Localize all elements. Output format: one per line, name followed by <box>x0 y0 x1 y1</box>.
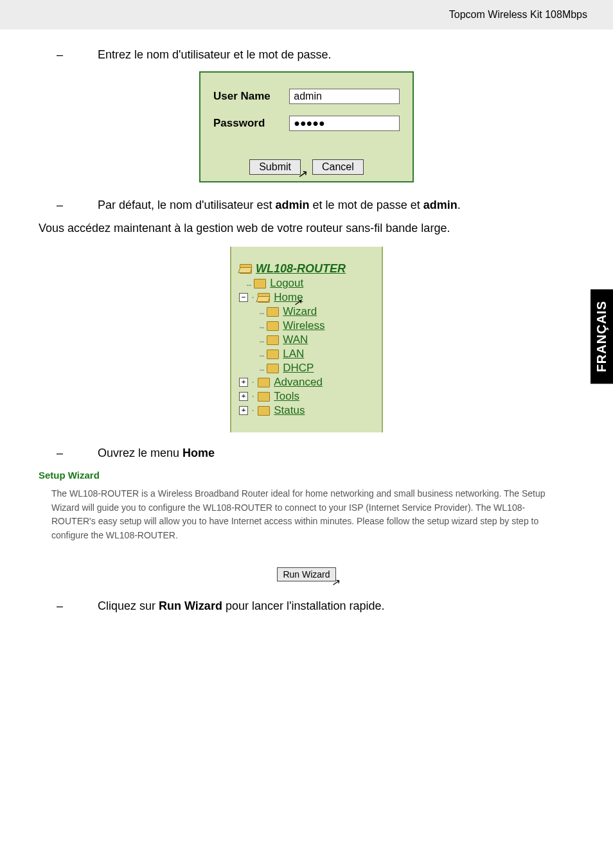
instruction-1: –Entrez le nom d'utilisateur et le mot d… <box>77 48 574 62</box>
setup-wizard-title: Setup Wizard <box>39 470 574 481</box>
menu-wizard[interactable]: … Wizard <box>239 305 374 318</box>
folder-icon <box>267 335 279 345</box>
menu-logout[interactable]: … Logout <box>239 277 374 290</box>
password-row: Password ●●●●● <box>213 116 400 131</box>
expand-icon[interactable]: + <box>239 406 248 415</box>
run-wizard-wrap: Run Wizard ↖ <box>39 567 574 581</box>
login-form: User Name admin Password ●●●●● <box>200 73 413 155</box>
collapse-icon[interactable]: − <box>239 293 248 302</box>
folder-icon <box>267 364 279 373</box>
folder-icon <box>267 307 279 317</box>
login-buttons: Submit Cancel ↖ <box>200 155 413 181</box>
instruction-3: –Ouvrez le menu Home <box>77 447 574 460</box>
password-label: Password <box>213 117 289 130</box>
expand-icon[interactable]: + <box>239 378 248 387</box>
expand-icon[interactable]: + <box>239 392 248 401</box>
folder-icon <box>267 350 279 359</box>
cancel-button[interactable]: Cancel <box>312 159 364 175</box>
menu-advanced[interactable]: + · Advanced <box>239 376 374 389</box>
menu-tools[interactable]: + · Tools <box>239 390 374 403</box>
folder-icon <box>254 279 266 288</box>
login-panel: User Name admin Password ●●●●● Submit Ca… <box>199 71 414 182</box>
language-tab: FRANÇAIS <box>591 289 613 384</box>
setup-wizard-text: The WL108-ROUTER is a Wireless Broadband… <box>39 487 574 543</box>
folder-icon <box>258 392 270 402</box>
router-menu: WL108-ROUTER … Logout − · Home ↖ … Wizar… <box>230 247 383 432</box>
instruction-4: –Cliquez sur Run Wizard pour lancer l'in… <box>77 599 574 613</box>
header-product: Topcom Wireless Kit 108Mbps <box>449 9 587 21</box>
menu-wan[interactable]: … WAN <box>239 333 374 346</box>
username-label: User Name <box>213 90 289 103</box>
username-input[interactable]: admin <box>289 89 400 104</box>
menu-home[interactable]: − · Home ↖ <box>239 291 374 304</box>
username-row: User Name admin <box>213 89 400 104</box>
folder-icon <box>267 321 279 331</box>
paragraph-1: Vous accédez maintenant à la gestion web… <box>39 222 574 235</box>
page-content: –Entrez le nom d'utilisateur et le mot d… <box>0 30 613 613</box>
page-header: Topcom Wireless Kit 108Mbps <box>0 0 613 30</box>
menu-root[interactable]: WL108-ROUTER <box>239 262 374 276</box>
folder-open-icon <box>240 264 252 274</box>
folder-icon <box>258 378 270 387</box>
folder-icon <box>258 406 270 416</box>
menu-wireless[interactable]: … Wireless <box>239 319 374 332</box>
menu-lan[interactable]: … LAN <box>239 348 374 360</box>
run-wizard-button[interactable]: Run Wizard <box>277 567 335 581</box>
password-input[interactable]: ●●●●● <box>289 116 400 131</box>
menu-status[interactable]: + · Status <box>239 404 374 417</box>
menu-dhcp[interactable]: … DHCP <box>239 362 374 375</box>
instruction-2: –Par défaut, le nom d'utilisateur est ad… <box>77 199 574 212</box>
folder-open-icon <box>258 293 270 303</box>
submit-button[interactable]: Submit <box>249 159 301 175</box>
